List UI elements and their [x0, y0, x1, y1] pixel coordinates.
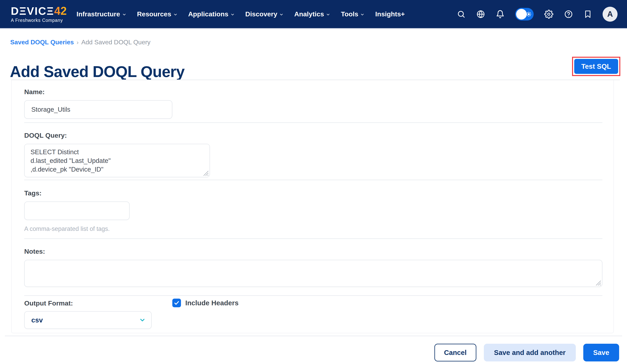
breadcrumb: Saved DOQL Queries › Add Saved DOQL Quer…: [10, 39, 151, 46]
menu-analytics[interactable]: Analytics: [294, 10, 330, 18]
main-menu: Infrastructure Resources Applications Di…: [77, 10, 405, 18]
tags-helper-text: A comma-separated list of tags.: [24, 225, 602, 232]
doql-query-form: Name: DOQL Query: SELECT Distinct d.last…: [11, 80, 614, 333]
menu-insights[interactable]: Insights+: [375, 10, 405, 18]
page-title: Add Saved DOQL Query: [10, 62, 185, 82]
include-headers-label: Include Headers: [185, 299, 238, 307]
check-icon: [174, 300, 180, 306]
doql-label: DOQL Query:: [24, 131, 602, 139]
footer-divider: [5, 336, 622, 336]
breadcrumb-parent-link[interactable]: Saved DOQL Queries: [10, 39, 74, 46]
output-format-label: Output Format:: [24, 299, 602, 307]
chevron-down-icon: [139, 317, 146, 323]
logo-42: 42: [54, 5, 67, 16]
notes-field-row: Notes:: [24, 239, 602, 296]
chevron-down-icon: [230, 12, 235, 17]
test-sql-button[interactable]: Test SQL: [574, 59, 618, 74]
search-icon[interactable]: [457, 10, 466, 18]
chevron-down-icon: [173, 12, 178, 17]
menu-discovery[interactable]: Discovery: [245, 10, 284, 18]
chevron-down-icon: [326, 12, 330, 17]
bell-icon[interactable]: [496, 10, 505, 18]
tags-input[interactable]: [24, 202, 130, 220]
include-headers-group[interactable]: Include Headers: [172, 299, 238, 307]
sun-icon: [525, 11, 532, 18]
chevron-down-icon: [360, 12, 365, 17]
notes-label: Notes:: [24, 247, 602, 256]
name-input[interactable]: [24, 100, 172, 119]
test-sql-highlight: Test SQL: [572, 57, 620, 76]
breadcrumb-current: Add Saved DOQL Query: [81, 39, 151, 46]
output-format-select[interactable]: csv: [24, 311, 152, 329]
avatar[interactable]: A: [603, 7, 618, 22]
navbar-actions: A: [457, 7, 618, 22]
gear-icon[interactable]: [544, 10, 553, 19]
footer-actions: Cancel Save and add another Save: [434, 344, 619, 362]
logo-tagline: A Freshworks Company: [11, 18, 67, 23]
globe-icon[interactable]: [476, 10, 485, 19]
chevron-down-icon: [279, 12, 284, 17]
breadcrumb-separator: ›: [77, 39, 79, 46]
output-format-value: csv: [31, 316, 43, 324]
help-icon[interactable]: [564, 10, 573, 19]
tags-field-row: Tags: A comma-separated list of tags.: [24, 180, 602, 239]
doql-field-row: DOQL Query: SELECT Distinct d.last_edite…: [24, 123, 602, 180]
cancel-button[interactable]: Cancel: [434, 344, 476, 362]
save-button[interactable]: Save: [583, 344, 619, 362]
bookmark-icon[interactable]: [584, 10, 592, 18]
logo-text: DΞVICΞ: [11, 6, 54, 16]
top-navbar: DΞVICΞ 42 A Freshworks Company Infrastru…: [0, 0, 627, 29]
tags-label: Tags:: [24, 189, 602, 197]
menu-infrastructure[interactable]: Infrastructure: [77, 10, 126, 18]
notes-textarea[interactable]: [24, 260, 602, 287]
menu-resources[interactable]: Resources: [137, 10, 178, 18]
theme-toggle[interactable]: [515, 8, 534, 20]
menu-applications[interactable]: Applications: [188, 10, 235, 18]
doql-query-textarea[interactable]: SELECT Distinct d.last_edited "Last_Upda…: [24, 144, 210, 177]
name-field-row: Name:: [24, 80, 602, 123]
chevron-down-icon: [122, 12, 126, 17]
name-label: Name:: [24, 88, 602, 96]
save-and-add-another-button[interactable]: Save and add another: [484, 344, 576, 362]
menu-tools[interactable]: Tools: [341, 10, 365, 18]
device42-logo[interactable]: DΞVICΞ 42 A Freshworks Company: [11, 5, 67, 23]
include-headers-checkbox[interactable]: [172, 299, 181, 307]
output-format-row: Output Format: csv Include Headers: [24, 296, 602, 335]
